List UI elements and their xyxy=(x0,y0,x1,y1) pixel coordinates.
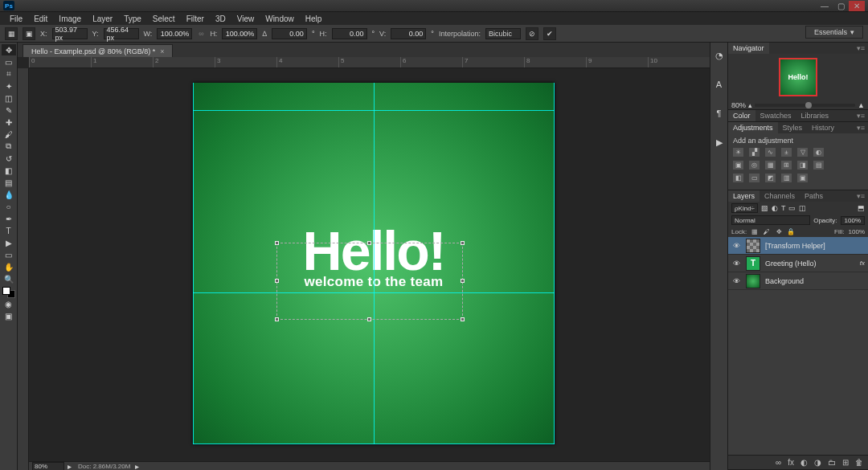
reference-point-icon[interactable]: ▣ xyxy=(23,27,35,40)
link-icon[interactable]: ∞ xyxy=(197,30,205,38)
zoom-out-icon[interactable]: ▴ xyxy=(748,101,752,109)
exposure-adjust-icon[interactable]: ± xyxy=(781,148,792,157)
canvas[interactable]: Hello! welcome to the team xyxy=(29,68,710,460)
layer-name[interactable]: [Transform Helper] xyxy=(765,242,825,250)
filter-smart-icon[interactable]: ◫ xyxy=(799,204,806,212)
filter-type-icon[interactable]: T xyxy=(781,204,786,212)
layer-thumbnail[interactable] xyxy=(746,239,760,253)
maximize-button[interactable]: ▢ xyxy=(833,1,849,11)
screen-mode-icon[interactable]: ▣ xyxy=(2,310,16,321)
filter-kind-select[interactable]: ρ Kind ÷ xyxy=(731,203,758,213)
shape-tool-icon[interactable]: ▭ xyxy=(2,249,16,260)
visibility-toggle-icon[interactable]: 👁 xyxy=(731,242,741,250)
marquee-tool-icon[interactable]: ▭ xyxy=(2,56,16,67)
menu-edit[interactable]: Edit xyxy=(29,14,52,23)
transform-handle[interactable] xyxy=(461,317,465,321)
document-tab[interactable]: Hello - Example.psd @ 80% (RGB/8) * × xyxy=(23,44,173,57)
zoom-slider-knob[interactable] xyxy=(805,102,812,108)
more-adjust-icon[interactable]: ▥ xyxy=(781,174,792,182)
menu-type[interactable]: Type xyxy=(119,14,146,23)
quick-mask-icon[interactable]: ◉ xyxy=(2,298,16,309)
cancel-transform-icon[interactable]: ⊘ xyxy=(526,27,538,40)
lasso-tool-icon[interactable]: ⌗ xyxy=(2,68,16,80)
vertical-ruler[interactable] xyxy=(18,68,29,470)
libraries-tab[interactable]: Libraries xyxy=(796,110,834,121)
new-layer-icon[interactable]: ⊞ xyxy=(842,458,849,467)
interpolation-select[interactable]: Bicubic xyxy=(485,28,521,39)
close-button[interactable]: ✕ xyxy=(849,1,865,11)
zoom-in-icon[interactable]: ▲ xyxy=(858,101,865,109)
history-panel-icon[interactable]: ◔ xyxy=(713,49,726,62)
panel-menu-icon[interactable]: ▾≡ xyxy=(854,43,868,54)
zoom-slider-track[interactable] xyxy=(755,104,855,107)
transform-icon[interactable]: ▦ xyxy=(5,27,18,40)
guide-horizontal[interactable] xyxy=(193,443,555,444)
transform-bounding-box[interactable] xyxy=(276,243,463,320)
y-field[interactable]: 456.64 px xyxy=(104,28,139,39)
filter-pixel-icon[interactable]: ▧ xyxy=(761,204,768,212)
channels-tab[interactable]: Channels xyxy=(760,190,800,202)
layer-mask-icon[interactable]: ◐ xyxy=(800,458,808,467)
layers-tab[interactable]: Layers xyxy=(728,190,760,202)
transform-handle[interactable] xyxy=(275,241,279,245)
visibility-toggle-icon[interactable]: 👁 xyxy=(731,260,741,268)
lock-all-icon[interactable]: 🔒 xyxy=(787,228,795,235)
brush-tool-icon[interactable]: 🖌 xyxy=(2,129,16,140)
guide-vertical[interactable] xyxy=(193,83,194,444)
document-info[interactable]: Doc: 2.86M/3.20M xyxy=(78,463,130,470)
menu-view[interactable]: View xyxy=(232,14,260,23)
rotate-field[interactable]: 0.00 xyxy=(272,28,307,39)
vibrance-adjust-icon[interactable]: ▽ xyxy=(797,148,808,157)
transform-handle[interactable] xyxy=(275,317,279,321)
filter-toggle-icon[interactable]: ⬒ xyxy=(858,204,865,212)
threshold-adjust-icon[interactable]: ◧ xyxy=(733,174,743,182)
crop-tool-icon[interactable]: ◫ xyxy=(2,92,16,104)
layer-row[interactable]: 👁 T Greeting (Hello) fx xyxy=(728,255,868,272)
invert-adjust-icon[interactable]: ◨ xyxy=(797,161,808,170)
pen-tool-icon[interactable]: ✒ xyxy=(2,213,16,224)
menu-3d[interactable]: 3D xyxy=(211,14,231,23)
layer-name[interactable]: Greeting (Hello) xyxy=(765,260,817,268)
channel-mixer-adjust-icon[interactable]: ▦ xyxy=(765,161,776,170)
magic-wand-tool-icon[interactable]: ✦ xyxy=(2,80,16,92)
adjustments-tab[interactable]: Adjustments xyxy=(728,122,778,133)
menu-file[interactable]: File xyxy=(5,14,27,23)
clone-stamp-tool-icon[interactable]: ⧉ xyxy=(2,141,16,152)
styles-tab[interactable]: Styles xyxy=(778,122,808,133)
panel-button-icon[interactable]: ▣ xyxy=(797,174,808,182)
nav-zoom-value[interactable]: 80% xyxy=(731,101,746,109)
layer-row[interactable]: 👁 [Transform Helper] xyxy=(728,237,868,255)
opacity-field[interactable]: 100% xyxy=(841,216,865,225)
navigator-tab[interactable]: Navigator xyxy=(728,43,769,54)
bw-adjust-icon[interactable]: ▣ xyxy=(733,161,743,170)
paragraph-panel-icon[interactable]: ¶ xyxy=(713,107,726,120)
fill-field[interactable]: 100% xyxy=(849,228,865,235)
layer-name[interactable]: Background xyxy=(765,277,804,285)
panel-menu-icon[interactable]: ▾≡ xyxy=(854,122,868,133)
transform-handle[interactable] xyxy=(461,279,465,283)
panel-menu-icon[interactable]: ▾≡ xyxy=(854,190,868,202)
actions-panel-icon[interactable]: ▶ xyxy=(713,136,726,149)
commit-transform-icon[interactable]: ✔ xyxy=(543,27,556,40)
path-selection-tool-icon[interactable]: ▶ xyxy=(2,237,16,248)
h-field[interactable]: 100.00% xyxy=(222,28,257,39)
panel-menu-icon[interactable]: ▾≡ xyxy=(854,110,868,121)
visibility-toggle-icon[interactable]: 👁 xyxy=(731,277,741,285)
eraser-tool-icon[interactable]: ◧ xyxy=(2,165,16,176)
zoom-tool-icon[interactable]: 🔍 xyxy=(2,273,16,284)
curves-adjust-icon[interactable]: ∿ xyxy=(765,148,776,157)
levels-adjust-icon[interactable]: ▞ xyxy=(749,148,760,157)
minimize-button[interactable]: — xyxy=(817,1,833,11)
foreground-color-swatch[interactable] xyxy=(2,287,10,295)
swatches-tab[interactable]: Swatches xyxy=(755,110,796,121)
history-tab[interactable]: History xyxy=(807,122,839,133)
menu-help[interactable]: Help xyxy=(301,14,327,23)
new-group-icon[interactable]: 🗀 xyxy=(828,458,836,467)
hand-tool-icon[interactable]: ✋ xyxy=(2,261,16,272)
x-field[interactable]: 503.97 px xyxy=(52,28,88,39)
history-brush-tool-icon[interactable]: ↺ xyxy=(2,153,16,164)
type-tool-icon[interactable]: T xyxy=(2,225,16,236)
new-fill-adjust-icon[interactable]: ◑ xyxy=(814,458,821,467)
selective-color-adjust-icon[interactable]: ◩ xyxy=(765,174,776,182)
layer-style-icon[interactable]: fx xyxy=(788,458,794,467)
